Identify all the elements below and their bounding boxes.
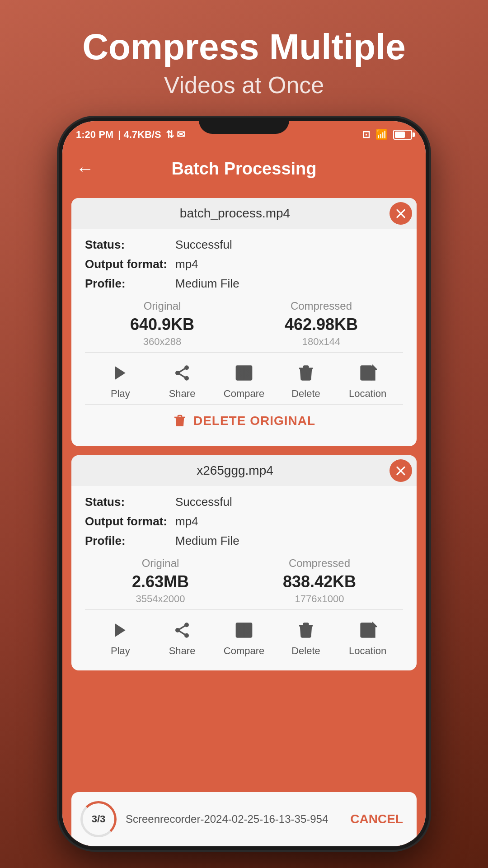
delete-icon-1	[295, 362, 317, 384]
headline-area: Compress Multiple Videos at Once	[0, 0, 488, 117]
svg-line-16	[179, 631, 185, 635]
action-bar-2: Play Share Compare	[85, 609, 403, 661]
delete-label-2: Delete	[291, 645, 320, 657]
svg-point-3	[185, 377, 188, 380]
share-icon-2	[171, 619, 193, 642]
compressed-size-1: 462.98KB	[285, 315, 358, 334]
format-label-1: Output format:	[85, 257, 175, 271]
original-size-1: 640.9KB	[130, 315, 194, 334]
card-body-1: Status: Successful Output format: mp4 Pr…	[71, 229, 417, 446]
profile-label-1: Profile:	[85, 277, 175, 291]
phone-inner: 1:20 PM | 4.7KB/S ⇅ ✉ ⊡ 📶 ← Batch Proces…	[62, 121, 426, 846]
share-btn-2[interactable]: Share	[162, 619, 202, 657]
battery-fill	[395, 132, 405, 138]
info-row-profile-2: Profile: Medium File	[85, 534, 403, 548]
status-label-2: Status:	[85, 495, 175, 509]
compare-btn-1[interactable]: Compare	[224, 362, 264, 400]
compare-label-2: Compare	[224, 645, 264, 657]
status-left: 1:20 PM | 4.7KB/S ⇅ ✉	[76, 129, 185, 141]
delete-btn-1[interactable]: Delete	[286, 362, 326, 400]
status-network: | 4.7KB/S	[118, 129, 161, 141]
svg-point-13	[176, 629, 179, 632]
svg-line-5	[179, 374, 185, 377]
delete-label-1: Delete	[291, 388, 320, 400]
info-row-profile-1: Profile: Medium File	[85, 277, 403, 291]
status-icons: ⇅ ✉	[166, 129, 185, 141]
info-row-format-2: Output format: mp4	[85, 514, 403, 528]
original-col-2: Original 2.63MB 3554x2000	[132, 557, 189, 605]
play-label-1: Play	[111, 388, 130, 400]
video-card-1: batch_process.mp4 Status: Successful Out…	[71, 198, 417, 446]
content-area: batch_process.mp4 Status: Successful Out…	[62, 189, 426, 846]
compare-label-1: Compare	[224, 388, 264, 400]
delete-original-btn-1[interactable]: DELETE ORIGINAL	[85, 404, 403, 437]
svg-marker-21	[373, 623, 376, 627]
location-btn-1[interactable]: Location	[347, 362, 388, 400]
svg-marker-10	[373, 366, 376, 369]
wifi-icon: 📶	[375, 129, 388, 141]
delete-btn-2[interactable]: Delete	[286, 619, 326, 657]
location-label-1: Location	[349, 388, 386, 400]
compare-icon-1	[233, 362, 255, 384]
location-icon-1	[357, 362, 379, 384]
svg-point-1	[185, 366, 188, 369]
close-btn-2[interactable]	[389, 459, 412, 482]
battery-icon	[393, 130, 412, 140]
format-value-1: mp4	[175, 257, 198, 271]
info-row-format-1: Output format: mp4	[85, 257, 403, 271]
play-icon-2	[109, 619, 131, 642]
svg-point-12	[185, 623, 188, 627]
svg-marker-9	[371, 369, 375, 380]
format-label-2: Output format:	[85, 514, 175, 528]
bottom-bar: 3/3 Screenrecorder-2024-02-25-16-13-35-9…	[71, 792, 417, 846]
share-btn-1[interactable]: Share	[162, 362, 202, 400]
svg-point-2	[176, 372, 179, 375]
location-label-2: Location	[349, 645, 386, 657]
svg-point-14	[185, 634, 188, 637]
compressed-dims-2: 1776x1000	[295, 593, 344, 605]
cancel-button[interactable]: CANCEL	[346, 807, 408, 831]
status-value-1: Successful	[175, 238, 232, 252]
status-label-1: Status:	[85, 238, 175, 252]
card-header-1: batch_process.mp4	[71, 198, 417, 229]
card-body-2: Status: Successful Output format: mp4 Pr…	[71, 486, 417, 670]
svg-rect-19	[361, 623, 371, 637]
original-col-1: Original 640.9KB 360x288	[130, 300, 194, 348]
play-btn-2[interactable]: Play	[100, 619, 141, 657]
original-dims-1: 360x288	[143, 336, 181, 348]
play-label-2: Play	[111, 645, 130, 657]
app-bar-title: Batch Processing	[103, 159, 385, 179]
status-time: 1:20 PM	[76, 129, 113, 141]
location-btn-2[interactable]: Location	[347, 619, 388, 657]
svg-rect-8	[361, 366, 371, 380]
compressed-size-2: 838.42KB	[283, 572, 356, 591]
close-btn-1[interactable]	[389, 202, 412, 225]
compressed-dims-1: 180x144	[302, 336, 340, 348]
svg-marker-11	[115, 623, 126, 637]
progress-circle: 3/3	[80, 801, 117, 837]
size-comparison-2: Original 2.63MB 3554x2000 Compressed 838…	[85, 557, 403, 605]
play-icon-1	[109, 362, 131, 384]
back-button[interactable]: ←	[76, 159, 94, 179]
profile-label-2: Profile:	[85, 534, 175, 548]
phone-frame: 1:20 PM | 4.7KB/S ⇅ ✉ ⊡ 📶 ← Batch Proces…	[59, 118, 429, 850]
app-bar: ← Batch Processing	[62, 148, 426, 189]
location-icon-2	[357, 619, 379, 642]
notch	[199, 118, 289, 134]
trash-icon-red-1	[173, 413, 187, 429]
filename-2: x265ggg.mp4	[197, 463, 273, 477]
original-label-1: Original	[144, 300, 181, 312]
play-btn-1[interactable]: Play	[100, 362, 141, 400]
video-card-2: x265ggg.mp4 Status: Successful Output fo…	[71, 455, 417, 670]
compare-btn-2[interactable]: Compare	[224, 619, 264, 657]
svg-line-4	[179, 368, 185, 372]
size-comparison-1: Original 640.9KB 360x288 Compressed 462.…	[85, 300, 403, 348]
compressed-col-2: Compressed 838.42KB 1776x1000	[283, 557, 356, 605]
progress-text: 3/3	[92, 813, 106, 825]
compare-icon-2	[233, 619, 255, 642]
delete-icon-2	[295, 619, 317, 642]
status-right: ⊡ 📶	[362, 129, 412, 141]
original-size-2: 2.63MB	[132, 572, 189, 591]
delete-original-text-1: DELETE ORIGINAL	[193, 414, 315, 428]
headline-subtitle: Videos at Once	[18, 71, 470, 99]
